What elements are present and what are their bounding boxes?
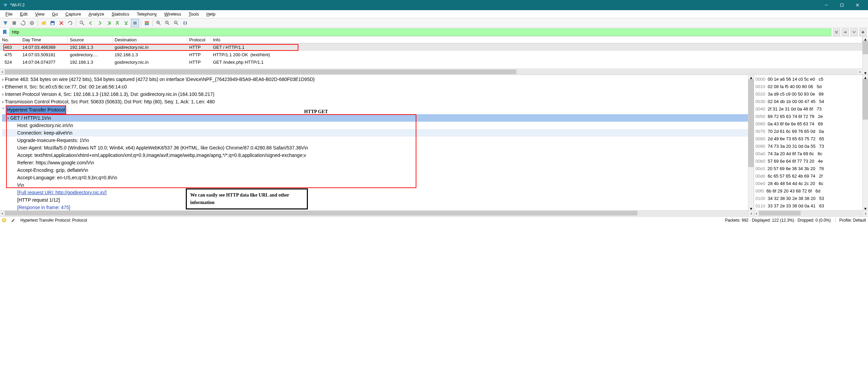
hex-row[interactable]: 0090 74 73 3a 20 31 0d 0a 55 73 xyxy=(755,143,861,150)
open-file-button[interactable] xyxy=(40,19,48,27)
add-filter-button[interactable] xyxy=(859,28,867,36)
go-last-button[interactable] xyxy=(122,19,130,27)
details-vscroll[interactable]: ▴▾ xyxy=(748,75,754,210)
resize-columns-button[interactable] xyxy=(181,19,189,27)
hex-row[interactable]: 00c0 20 57 69 6e 36 34 3b 20 78 xyxy=(755,165,861,172)
hex-row[interactable]: 0080 2d 49 6e 73 65 63 75 72 65 xyxy=(755,135,861,143)
menu-analyze[interactable]: Analyze xyxy=(85,11,107,17)
go-to-packet-button[interactable] xyxy=(104,19,113,27)
svg-rect-1 xyxy=(841,4,843,6)
hex-row[interactable]: 0100 34 32 38 30 2e 38 38 20 53 xyxy=(755,195,861,202)
detail-crlf[interactable]: \r\n xyxy=(2,181,748,189)
col-daytime[interactable]: Day Time xyxy=(20,37,68,43)
expert-info-led[interactable] xyxy=(2,218,6,222)
col-protocol[interactable]: Protocol xyxy=(187,37,211,43)
menu-go[interactable]: Go xyxy=(48,11,61,17)
detail-full-uri[interactable]: [Full request URI: http://goidirectory.n… xyxy=(2,189,748,196)
hex-vscroll[interactable]: ▴▾ xyxy=(862,75,868,210)
col-info[interactable]: Info xyxy=(211,37,862,43)
hex-row[interactable]: 0040 2f 31 2e 31 0d 0a 48 6f 73 xyxy=(755,105,861,113)
hex-row[interactable]: 00b0 57 69 6e 64 6f 77 73 20 4e xyxy=(755,158,861,165)
menu-tools[interactable]: Tools xyxy=(185,11,202,17)
detail-frame[interactable]: › Frame 463: 534 bytes on wire (4272 bit… xyxy=(2,76,748,83)
go-forward-button[interactable] xyxy=(96,19,104,27)
col-source[interactable]: Source xyxy=(68,37,113,43)
detail-http-header[interactable]: ˅ Hypertext Transfer Protocol xyxy=(2,105,748,114)
stop-capture-button[interactable] xyxy=(10,19,18,27)
menu-view[interactable]: View xyxy=(32,11,48,17)
detail-host[interactable]: Host: goidirectory.nic.in\r\n xyxy=(2,122,748,129)
svg-line-25 xyxy=(159,23,160,25)
edit-icon[interactable] xyxy=(11,218,16,223)
reload-button[interactable] xyxy=(66,19,74,27)
detail-ip[interactable]: › Internet Protocol Version 4, Src: 192.… xyxy=(2,90,748,98)
detail-ethernet[interactable]: › Ethernet II, Src: 5c:e0:c5:8c:ce:77, D… xyxy=(2,83,748,90)
detail-tcp[interactable]: › Transmission Control Protocol, Src Por… xyxy=(2,98,748,105)
close-button[interactable] xyxy=(850,0,865,10)
hex-row[interactable]: 00e0 28 4b 48 54 4d 4c 2c 20 6c xyxy=(755,180,861,187)
hex-row[interactable]: 0120 65 78 74 2f 68 74 6d 6c 2c xyxy=(755,210,861,210)
hex-row[interactable]: 00a0 74 3a 20 4d 6f 7a 69 6c 6c xyxy=(755,150,861,158)
detail-accept[interactable]: Accept: text/html,application/xhtml+xml,… xyxy=(2,151,748,159)
packet-list-hscroll[interactable]: ‹› xyxy=(0,68,862,75)
zoom-in-button[interactable] xyxy=(155,19,163,27)
detail-user-agent[interactable]: User-Agent: Mozilla/5.0 (Windows NT 10.0… xyxy=(2,144,748,151)
zoom-out-button[interactable] xyxy=(163,19,172,27)
menu-file[interactable]: File xyxy=(2,11,16,17)
detail-upgrade-insecure[interactable]: Upgrade-Insecure-Requests: 1\r\n xyxy=(2,137,748,144)
app-icon xyxy=(3,2,8,8)
bottom-hscroll[interactable]: ‹› ‹› xyxy=(0,210,868,216)
packet-bytes-pane[interactable]: 0000 00 1e a6 56 14 c0 5c e0 c50010 02 0… xyxy=(754,75,862,210)
filter-history-button[interactable] xyxy=(850,28,858,36)
restart-capture-button[interactable] xyxy=(19,19,27,27)
packet-details-pane[interactable]: › Frame 463: 534 bytes on wire (4272 bit… xyxy=(0,75,748,210)
hex-row[interactable]: 0000 00 1e a6 56 14 c0 5c e0 c5 xyxy=(755,76,861,83)
zoom-reset-button[interactable]: 1 xyxy=(172,19,180,27)
detail-response-in[interactable]: [Response in frame: 475] xyxy=(2,204,748,210)
menu-capture[interactable]: Capture xyxy=(62,11,84,17)
hex-row[interactable]: 0050 69 72 65 63 74 6f 72 79 2e xyxy=(755,113,861,120)
minimize-button[interactable] xyxy=(818,0,834,10)
hex-row[interactable]: 0060 0a 43 6f 6e 6e 65 63 74 69 xyxy=(755,120,861,128)
hex-row[interactable]: 0020 3a d9 c5 c9 00 50 93 0e 99 xyxy=(755,90,861,98)
menu-wireless[interactable]: Wireless xyxy=(161,11,185,17)
packet-row[interactable]: 52414:07:04.074377192.168.1.3goidirector… xyxy=(0,58,862,66)
col-destination[interactable]: Destination xyxy=(113,37,187,43)
menu-statistics[interactable]: Statistics xyxy=(108,11,133,17)
start-capture-button[interactable] xyxy=(1,19,9,27)
go-back-button[interactable] xyxy=(87,19,95,27)
status-profile[interactable]: Profile: Default xyxy=(835,218,866,223)
autoscroll-button[interactable] xyxy=(131,19,139,27)
packet-list-vscroll[interactable]: ▴▾ xyxy=(862,37,868,75)
bookmark-icon[interactable] xyxy=(1,29,8,36)
col-no[interactable]: No. xyxy=(0,37,20,43)
colorize-button[interactable] xyxy=(143,19,151,27)
maximize-button[interactable] xyxy=(834,0,850,10)
detail-http-request[interactable]: [HTTP request 1/12] xyxy=(2,196,748,204)
menu-edit[interactable]: Edit xyxy=(17,11,31,17)
save-file-button[interactable] xyxy=(48,19,57,27)
detail-request-line[interactable]: › GET / HTTP/1.1\r\n xyxy=(2,114,748,122)
apply-filter-button[interactable] xyxy=(842,28,849,36)
hex-row[interactable]: 0110 33 37 2e 33 36 0d 0a 41 63 xyxy=(755,202,861,210)
hex-row[interactable]: 00d0 6c 65 57 65 62 4b 69 74 2f xyxy=(755,172,861,180)
clear-filter-button[interactable] xyxy=(833,28,840,36)
hex-row[interactable]: 0010 02 08 fa f5 40 00 80 06 5d xyxy=(755,83,861,90)
detail-referer[interactable]: Referer: https://www.google.com/\r\n xyxy=(2,159,748,166)
hex-row[interactable]: 0030 02 04 db 1b 00 00 47 45 54 xyxy=(755,98,861,105)
detail-accept-encoding[interactable]: Accept-Encoding: gzip, deflate\r\n xyxy=(2,166,748,174)
hex-row[interactable]: 0070 70 2d 61 6c 69 76 65 0d 0a xyxy=(755,128,861,135)
capture-options-button[interactable] xyxy=(28,19,36,27)
detail-accept-language[interactable]: Accept-Language: en-US,en;q=0.9,bn;q=0.8… xyxy=(2,174,748,181)
hex-row[interactable]: 00f0 6b 6f 29 20 43 68 72 6f 6d xyxy=(755,187,861,195)
packet-row[interactable]: 46314:07:03.466369192.168.1.3goidirector… xyxy=(0,43,862,51)
go-first-button[interactable] xyxy=(113,19,121,27)
detail-connection[interactable]: Connection: keep-alive\r\n xyxy=(2,129,748,137)
menu-help[interactable]: Help xyxy=(203,11,219,17)
menu-telephony[interactable]: Telephony xyxy=(133,11,160,17)
packet-list[interactable]: 46314:07:03.466369192.168.1.3goidirector… xyxy=(0,43,862,68)
display-filter-input[interactable] xyxy=(9,28,831,36)
close-file-button[interactable] xyxy=(57,19,65,27)
packet-row[interactable]: 47514:07:03.509181goidirectory.…192.168.… xyxy=(0,51,862,58)
find-packet-button[interactable] xyxy=(78,19,86,27)
